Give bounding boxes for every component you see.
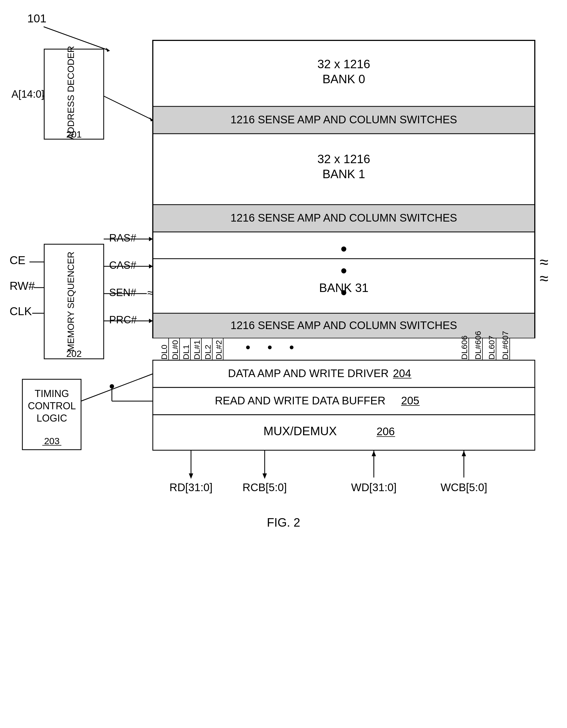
bank1-text2: BANK 1 [323,167,365,181]
wd-label: WD[31:0] [351,481,397,493]
rcb-label: RCB[5:0] [243,481,287,493]
prc-label: PRC# [109,314,137,326]
data-amp-label: DATA AMP AND WRITE DRIVER [228,367,389,379]
rd-label: RD[31:0] [169,481,213,493]
mux-num: 206 [377,425,395,437]
dl-dots-3: • [289,340,294,355]
sense-amp-label-3: 1216 SENSE AMP AND COLUMN SWITCHES [231,319,457,331]
squiggle-right2: ≈ [540,269,548,287]
sense-amp-label-2: 1216 SENSE AMP AND COLUMN SWITCHES [231,212,457,224]
diagram: 101 32 x 1216 BANK 0 1216 SENSE AMP AND … [0,0,567,728]
ce-label: CE [10,254,25,267]
sen-label: SEN# [109,287,136,298]
dl0h-label: DL#0 [171,340,180,360]
rw-buf-label: READ AND WRITE DATA BUFFER [215,395,385,407]
bank0-text1: 32 x 1216 [317,57,370,71]
dl1h-label: DL#1 [192,340,201,360]
timing-line3: LOGIC [37,413,67,424]
mem-seq-num: 202 [66,348,82,359]
bank1-text1: 32 x 1216 [317,152,370,166]
memory-seq: MEMORY SEQUENCER [66,252,76,351]
bank0-text2: BANK 0 [323,72,365,86]
wcb-label: WCB[5:0] [440,481,487,493]
squiggle-sen: ≈ [147,287,153,299]
rw-buf-num: 205 [401,395,419,407]
bank31-text: BANK 31 [319,281,369,294]
squiggle-right: ≈ [540,253,548,271]
dl1-label: DL1 [181,345,190,360]
mux-label: MUX/DEMUX [264,424,337,438]
ref-101: 101 [27,12,46,25]
rw-label: RW# [10,279,35,292]
svg-rect-87 [153,415,535,450]
dl2h-label: DL#2 [214,340,223,360]
clk-label: CLK [10,305,32,318]
ras-label: RAS# [109,232,136,244]
timing-line2: CONTROL [28,400,76,411]
fig-label: FIG. 2 [267,516,300,529]
ellipsis-2: • [341,260,347,281]
addr-decoder: ADDRESS DECODER [65,46,76,140]
timing-line1: TIMING [35,388,69,399]
dl-dots-2: • [267,340,272,355]
addr-num: 201 [66,129,82,139]
sense-amp-label-1: 1216 SENSE AMP AND COLUMN SWITCHES [231,114,457,126]
ellipsis-1: • [341,238,347,259]
dl607h-label: DL#607 [501,331,510,360]
data-amp-num: 204 [393,367,411,379]
dl-dots-1: • [246,340,250,355]
dl606-label: DL606 [460,336,469,360]
dl2-label: DL2 [203,345,212,360]
a-signal: A[14:0] [11,88,44,100]
dl607-label: DL607 [487,336,496,360]
dl606h-label: DL#606 [473,331,482,360]
cas-label: CAS# [109,259,136,271]
timing-num: 203 [44,436,60,446]
dl0-label: DL0 [160,345,169,360]
